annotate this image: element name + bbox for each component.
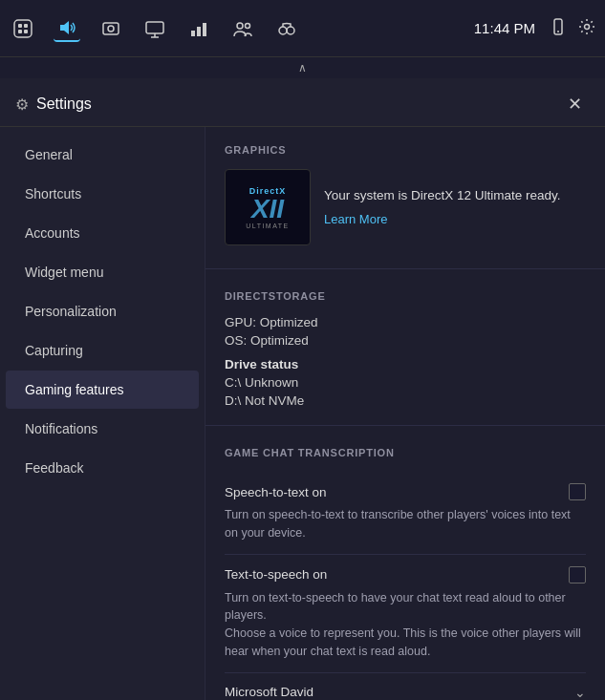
directx-ultimate-text: ULTIMATE [246,223,290,229]
settings-header: ⚙ Settings ✕ [0,78,605,127]
svg-marker-5 [60,21,69,34]
svg-rect-6 [103,23,119,34]
gpu-status: GPU: Optimized [225,315,586,329]
voice-dropdown-label: Microsoft David [225,685,313,699]
taskbar-time: 11:44 PM [474,20,535,36]
sidebar-item-capturing[interactable]: Capturing [6,331,199,370]
sidebar-item-accounts[interactable]: Accounts [6,214,199,252]
volume-icon[interactable] [54,15,80,42]
sidebar-item-personalization[interactable]: Personalization [6,292,199,330]
voice-dropdown[interactable]: Microsoft David ⌄ [225,673,586,701]
game-chat-section: GAME CHAT TRANSCRIPTION Speech-to-text o… [205,430,605,700]
directstorage-section-title: DIRECTSTORAGE [225,290,586,302]
sidebar-item-widget-menu[interactable]: Widget menu [6,253,199,291]
speech-to-text-item: Speech-to-text on Turn on speech-to-text… [225,472,586,555]
text-to-speech-checkbox[interactable] [569,566,586,583]
svg-point-16 [279,27,287,34]
svg-rect-8 [146,22,163,33]
directx-xii-text: XII [251,196,284,223]
settings-window: ⚙ Settings ✕ General Shortcuts Accounts … [0,78,605,700]
svg-point-14 [237,23,243,29]
directx-card: DirectX XII ULTIMATE Your system is Dire… [225,169,586,245]
settings-gear-icon: ⚙ [15,95,29,114]
divider-2 [205,425,605,426]
directstorage-section: DIRECTSTORAGE GPU: Optimized OS: Optimiz… [205,273,605,421]
xbox-icon[interactable] [10,15,36,42]
settings-title-text: Settings [36,95,92,113]
text-to-speech-item: Text-to-speech on Turn on text-to-speech… [225,555,586,673]
text-to-speech-label: Text-to-speech on [225,567,327,582]
collapse-bar[interactable]: ∧ [0,57,605,78]
svg-rect-13 [203,23,206,36]
speech-to-text-desc: Turn on speech-to-text to transcribe oth… [225,506,586,542]
directx-ready-text: Your system is DirectX 12 Ultimate ready… [324,187,586,205]
dropdown-arrow-icon: ⌄ [574,685,586,700]
speech-to-text-checkbox[interactable] [569,483,586,500]
speech-to-text-header: Speech-to-text on [225,483,586,500]
svg-rect-4 [24,30,28,33]
binoculars-icon[interactable] [273,15,300,42]
screen-capture-icon[interactable] [97,15,124,42]
sidebar-item-general[interactable]: General [6,136,199,174]
chart-icon[interactable] [185,15,212,42]
svg-point-17 [287,27,294,34]
speech-to-text-label: Speech-to-text on [225,485,327,499]
close-button[interactable]: ✕ [560,90,590,118]
svg-rect-1 [18,24,22,28]
svg-rect-3 [18,30,22,33]
collapse-arrow-icon: ∧ [298,61,307,74]
text-to-speech-desc: Turn on text-to-speech to have your chat… [225,589,586,661]
graphics-section: GRAPHICS DirectX XII ULTIMATE Your syste… [205,127,605,265]
divider-1 [205,268,605,269]
drive-d-status: D:\ Not NVMe [225,393,586,408]
sidebar-item-notifications[interactable]: Notifications [6,410,199,448]
svg-point-19 [557,31,559,32]
settings-title: ⚙ Settings [15,95,92,114]
gear-icon[interactable] [578,18,595,39]
sidebar-item-gaming-features[interactable]: Gaming features [6,371,199,409]
svg-rect-11 [191,31,195,36]
sidebar-item-shortcuts[interactable]: Shortcuts [6,175,199,213]
phone-icon[interactable] [550,18,567,39]
game-chat-section-title: GAME CHAT TRANSCRIPTION [225,447,586,458]
taskbar: 11:44 PM [0,0,605,57]
taskbar-right-icons [550,18,595,39]
drive-status-label: Drive status [225,357,586,371]
learn-more-link[interactable]: Learn More [324,212,387,226]
drive-c-status: C:\ Unknown [225,375,586,390]
os-status: OS: Optimized [225,333,586,348]
graphics-section-title: GRAPHICS [225,144,586,156]
svg-rect-0 [14,20,32,37]
settings-body: General Shortcuts Accounts Widget menu P… [0,127,605,700]
svg-rect-12 [197,27,201,36]
svg-point-15 [246,23,250,28]
svg-point-7 [108,26,114,32]
svg-rect-2 [24,24,28,28]
sidebar: General Shortcuts Accounts Widget menu P… [0,127,205,700]
monitor-icon[interactable] [141,15,168,42]
taskbar-icons [10,15,474,42]
text-to-speech-header: Text-to-speech on [225,566,586,583]
directx-info: Your system is DirectX 12 Ultimate ready… [324,187,586,228]
svg-point-20 [585,24,590,29]
people-icon[interactable] [229,15,256,42]
sidebar-item-feedback[interactable]: Feedback [6,449,199,487]
directx-logo: DirectX XII ULTIMATE [225,169,311,245]
content-area: GRAPHICS DirectX XII ULTIMATE Your syste… [205,127,605,700]
